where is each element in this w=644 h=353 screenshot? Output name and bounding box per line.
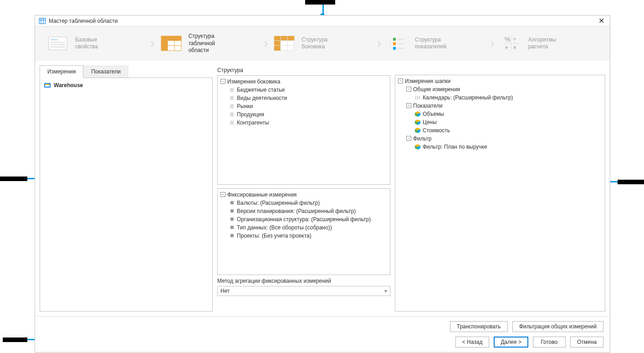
side-dim-item[interactable]: Виды деятельности (220, 94, 387, 102)
fixed-dim-item[interactable]: Проекты: (Без учета проекта) (220, 232, 387, 240)
filter-group-label: Фильтр (413, 135, 431, 142)
step-algorithms[interactable]: %÷+× Алгоритмырасчета (500, 34, 598, 52)
side-dim-label: Рынки (237, 103, 253, 109)
filter-common-button[interactable]: Фильтрация общих измерений (512, 321, 603, 332)
svg-text:÷: ÷ (513, 36, 516, 43)
svg-text:+: + (505, 44, 508, 51)
measurements-panel: Warehouse (40, 78, 213, 311)
cube-icon (414, 119, 421, 125)
collapse-icon[interactable]: − (220, 79, 225, 84)
left-column: Измерения Показатели Warehouse (40, 65, 213, 311)
collapse-icon[interactable]: − (406, 87, 411, 92)
indicators-group[interactable]: − Показатели (398, 102, 602, 110)
side-dims-group-label: Измерения боковика (227, 78, 280, 85)
step-table-label: Структуратабличнойобласти (189, 33, 215, 54)
square-icon (229, 200, 235, 206)
indicator-label: Цены (423, 119, 437, 125)
header-dims-panel: − Измерения шапки − Общие измерения Кале… (395, 75, 605, 311)
square-icon (229, 216, 235, 223)
filter-group[interactable]: − Фильтр (398, 135, 602, 143)
fixed-dims-panel: − Фиксированные измерения Валюты: (Расши… (217, 188, 390, 275)
calendar-icon (414, 94, 421, 101)
side-dim-label: Продукция (237, 111, 264, 118)
side-dims-panel: − Измерения боковика Бюджетные статьиВид… (217, 75, 390, 185)
dropdown-icon: ▾ (384, 288, 387, 294)
step-side-structure[interactable]: Структурабоковика (273, 34, 371, 52)
svg-rect-11 (161, 36, 168, 51)
indicator-item[interactable]: Стоимость (398, 126, 602, 135)
step-indicators-icon (387, 34, 409, 52)
tab-indicators[interactable]: Показатели (83, 65, 128, 78)
step-basic-properties[interactable]: Базовыесвойства (47, 34, 145, 52)
svg-text:%: % (505, 36, 510, 43)
warehouse-item[interactable]: Warehouse (44, 81, 209, 90)
fixed-dim-item[interactable]: Организационная структура: (Расширенный … (220, 215, 387, 223)
svg-rect-38 (45, 84, 50, 85)
list-icon (229, 87, 235, 93)
step-chevron-icon: › (150, 36, 154, 51)
back-button[interactable]: < Назад (455, 337, 490, 348)
svg-rect-18 (274, 36, 281, 51)
fixed-dim-item[interactable]: Валюты: (Расширенный фильтр) (220, 199, 387, 207)
transpose-button[interactable]: Транспонировать (450, 321, 508, 332)
step-chevron-icon: › (377, 36, 381, 51)
left-tabs: Измерения Показатели (40, 65, 213, 78)
step-chevron-icon: › (264, 36, 268, 51)
side-dim-item[interactable]: Продукция (220, 110, 387, 119)
aggregation-select[interactable]: Нет ▾ (217, 286, 390, 296)
collapse-icon[interactable]: − (220, 192, 225, 197)
aggregation-value: Нет (220, 288, 230, 294)
side-dims-group[interactable]: − Измерения боковика (220, 78, 387, 86)
list-icon (229, 119, 235, 126)
collapse-icon[interactable]: − (406, 136, 411, 141)
indicators-group-label: Показатели (413, 103, 443, 109)
collapse-icon[interactable]: − (406, 103, 411, 108)
fixed-dim-label: Организационная структура: (Расширенный … (237, 216, 371, 223)
annotation-top (305, 0, 335, 5)
warehouse-icon (44, 82, 51, 89)
side-dim-label: Виды деятельности (237, 95, 287, 101)
next-button[interactable]: Далее > (494, 337, 528, 348)
side-dim-label: Бюджетные статьи (237, 87, 285, 93)
common-dims-group[interactable]: − Общие измерения (398, 85, 602, 93)
list-icon (229, 103, 235, 109)
indicator-label: Стоимость (423, 127, 450, 134)
header-dims-group-label: Измерения шапки (405, 78, 450, 84)
fixed-dims-group-label: Фиксированные измерения (227, 192, 296, 198)
middle-column: Структура − Измерения боковика Бюджетные… (217, 65, 390, 311)
calendar-label: Календарь: (Расширенный фильтр) (423, 94, 513, 101)
side-dim-item[interactable]: Рынки (220, 102, 387, 110)
cube-icon (414, 127, 421, 134)
collapse-icon[interactable]: − (398, 78, 403, 83)
side-dim-item[interactable]: Контрагенты (220, 119, 387, 127)
fixed-dim-item[interactable]: Версии планирования: (Расширенный фильтр… (220, 207, 387, 215)
warehouse-label: Warehouse (54, 82, 83, 88)
aggregation-label: Метод агрегации фиксированных измерений (217, 275, 390, 286)
close-button[interactable]: ✕ (597, 16, 606, 25)
filter-item[interactable]: Фильтр: План по выручке (398, 143, 602, 151)
finish-button[interactable]: Готово (533, 337, 566, 348)
step-chevron-icon: › (490, 36, 494, 51)
app-icon (39, 17, 46, 25)
step-basic-icon (47, 34, 69, 52)
calendar-item[interactable]: Календарь: (Расширенный фильтр) (398, 93, 602, 102)
fixed-dim-item[interactable]: Тип данных: (Все обороты (собрано)) (220, 223, 387, 232)
indicator-item[interactable]: Цены (398, 118, 602, 126)
tab-measurements[interactable]: Измерения (40, 65, 83, 78)
cancel-button[interactable]: Отмена (570, 337, 603, 348)
step-table-structure[interactable]: Структуратабличнойобласти (160, 33, 258, 54)
square-icon (229, 208, 235, 214)
step-algorithms-label: Алгоритмырасчета (528, 36, 557, 51)
footer-actions-row: Транспонировать Фильтрация общих измерен… (41, 321, 603, 332)
square-icon (229, 233, 235, 239)
step-table-icon (160, 34, 182, 52)
header-dims-group[interactable]: − Измерения шапки (398, 77, 602, 85)
svg-text:×: × (513, 44, 516, 51)
svg-rect-24 (393, 38, 396, 41)
fixed-dims-group[interactable]: − Фиксированные измерения (220, 191, 387, 199)
side-dim-item[interactable]: Бюджетные статьи (220, 86, 387, 94)
right-column: − Измерения шапки − Общие измерения Кале… (395, 65, 605, 311)
step-indicators-structure[interactable]: Структурапоказателей (387, 34, 485, 52)
indicator-item[interactable]: Объемы (398, 110, 602, 118)
step-side-label: Структурабоковика (302, 36, 327, 51)
